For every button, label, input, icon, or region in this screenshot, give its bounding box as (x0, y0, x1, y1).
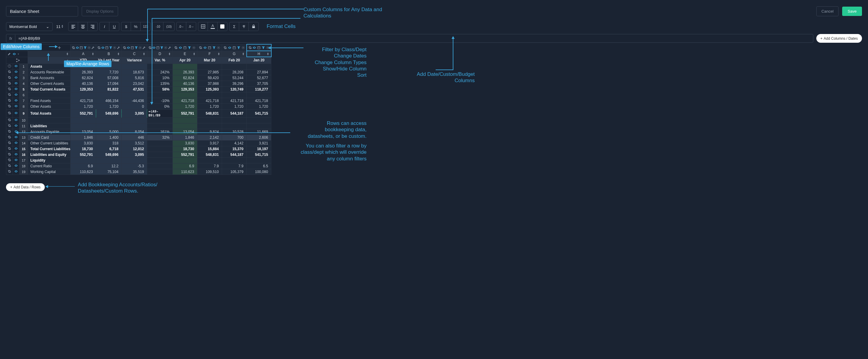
save-button[interactable]: Save (842, 7, 862, 16)
row-label[interactable]: Bank Accounts (28, 75, 71, 81)
cell[interactable]: 81,822 (96, 86, 122, 92)
cell[interactable]: 446 (122, 135, 147, 140)
row-settings[interactable] (6, 92, 13, 98)
cell[interactable]: 27,985 (197, 69, 222, 75)
cell[interactable]: 18,197 (247, 146, 271, 152)
row-settings[interactable] (6, 135, 13, 140)
cell[interactable]: 7.9 (197, 163, 222, 169)
cell[interactable]: 105,379 (222, 169, 247, 174)
row-visibility[interactable] (13, 163, 20, 169)
row-number[interactable]: 6 (20, 92, 28, 98)
cell[interactable]: 17,094 (96, 81, 122, 86)
row-number[interactable]: 9 (20, 109, 28, 117)
row-visibility[interactable] (13, 63, 20, 69)
cell[interactable]: 549,696 (96, 109, 122, 117)
row-visibility[interactable] (13, 135, 20, 140)
hierarchy-icon[interactable] (16, 58, 20, 62)
cell[interactable]: 35,519 (122, 169, 147, 174)
cell[interactable]: 7.9 (222, 163, 247, 169)
row-visibility[interactable] (13, 146, 20, 152)
cell[interactable] (247, 92, 271, 98)
gear-icon[interactable] (199, 46, 202, 49)
gear-icon[interactable] (138, 46, 142, 49)
row-settings[interactable] (6, 104, 13, 109)
cell[interactable]: 26,393 (71, 69, 96, 75)
cell[interactable] (173, 92, 197, 98)
column-letter[interactable]: A▲▼ (71, 51, 96, 57)
row-number[interactable]: 17 (20, 157, 28, 163)
display-options-button[interactable]: Display Options (82, 6, 118, 16)
funnel-icon[interactable] (188, 46, 191, 49)
fill-color-button[interactable] (218, 22, 227, 31)
cell[interactable]: 421,718 (173, 98, 197, 104)
calendar-icon[interactable] (131, 46, 134, 49)
cell[interactable] (122, 157, 147, 163)
gear-icon[interactable] (72, 46, 75, 49)
cell[interactable]: 2,606 (247, 135, 271, 140)
column-letter[interactable]: B▲▼ (96, 51, 122, 57)
neg-paren-button[interactable]: (10) (163, 22, 174, 31)
row-number[interactable]: 12 (20, 129, 28, 135)
row-label[interactable]: Credit Card (28, 135, 71, 140)
number-button[interactable]: 123 (141, 22, 150, 31)
gear-icon[interactable] (164, 46, 167, 49)
cell[interactable]: 3,512 (122, 140, 147, 146)
cell[interactable]: 1,720 (173, 104, 197, 109)
cell[interactable]: 28,208 (222, 69, 247, 75)
eye-icon[interactable] (76, 46, 79, 49)
column-name[interactable]: Mar 20 (197, 57, 222, 63)
cell[interactable]: 544,187 (222, 152, 247, 157)
cell[interactable] (197, 157, 222, 163)
cell[interactable] (147, 157, 173, 163)
wrench-icon[interactable] (117, 46, 120, 49)
row-settings[interactable] (6, 69, 13, 75)
row-label[interactable] (28, 117, 71, 123)
calendar-icon[interactable] (80, 46, 83, 49)
cell[interactable]: 18,673 (122, 69, 147, 75)
row-settings[interactable] (6, 129, 13, 135)
eye-icon[interactable] (127, 46, 130, 49)
row-number[interactable]: 5 (20, 86, 28, 92)
cell[interactable] (147, 63, 173, 69)
cell[interactable] (222, 123, 247, 129)
cell[interactable] (247, 117, 271, 123)
cell[interactable]: 129,353 (173, 86, 197, 92)
cell[interactable]: 3,095 (122, 152, 147, 157)
cell[interactable] (71, 92, 96, 98)
eye-icon[interactable] (12, 52, 16, 56)
cell[interactable] (71, 157, 96, 163)
row-label[interactable]: Other Assets (28, 104, 71, 109)
cell[interactable] (96, 92, 122, 98)
cell[interactable] (222, 92, 247, 98)
row-settings[interactable] (6, 152, 13, 157)
calendar-icon[interactable] (257, 46, 260, 49)
cell[interactable]: 5,816 (122, 75, 147, 81)
cell[interactable]: 13,054 (71, 129, 96, 135)
row-settings[interactable]: ? (6, 63, 13, 69)
cell[interactable]: 1,846 (173, 135, 197, 140)
row-settings[interactable] (6, 98, 13, 104)
cancel-button[interactable]: Cancel (816, 6, 839, 16)
column-letter[interactable]: C▲▼ (122, 51, 147, 57)
cell[interactable]: 1,846 (71, 135, 96, 140)
cell[interactable]: 11,669 (247, 129, 271, 135)
row-number[interactable]: 16 (20, 152, 28, 157)
cell[interactable]: 109,510 (197, 169, 222, 174)
row-label[interactable]: Liabilities (28, 123, 71, 129)
cell[interactable]: 552,791 (173, 152, 197, 157)
row-visibility[interactable] (13, 69, 20, 75)
row-settings[interactable] (6, 123, 13, 129)
cell[interactable]: 4,142 (222, 140, 247, 146)
cell[interactable] (147, 117, 173, 123)
neg-plain-button[interactable]: -10 (153, 22, 163, 31)
funnel-icon[interactable] (134, 46, 138, 49)
row-visibility[interactable] (13, 109, 20, 117)
formula-input[interactable] (15, 34, 813, 43)
cell[interactable]: 40,136 (173, 81, 197, 86)
gear-icon[interactable] (123, 46, 126, 49)
row-number[interactable]: 18 (20, 163, 28, 169)
borders-button[interactable] (198, 22, 208, 31)
row-number[interactable]: 8 (20, 104, 28, 109)
cell[interactable]: 421,718 (197, 98, 222, 104)
cell[interactable]: 1,720 (247, 104, 271, 109)
